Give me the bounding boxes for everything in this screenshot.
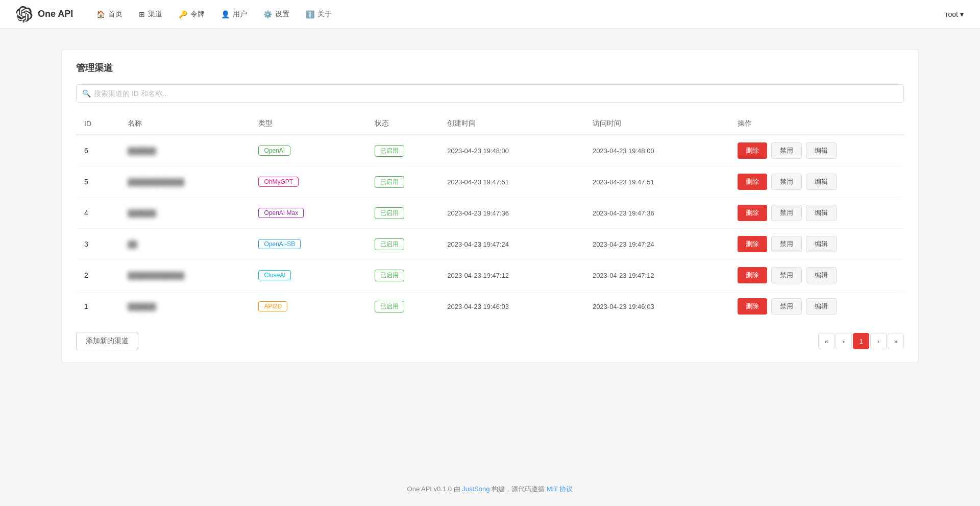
- cell-create-time: 2023-04-23 19:47:12: [439, 260, 584, 291]
- action-group: 删除 禁用 编辑: [738, 174, 896, 190]
- cell-id: 3: [76, 229, 119, 260]
- cell-type: OpenAI: [250, 135, 366, 166]
- cell-create-time: 2023-04-23 19:48:00: [439, 135, 584, 166]
- status-badge: 已启用: [375, 207, 404, 219]
- cell-action: 删除 禁用 编辑: [729, 229, 904, 260]
- cell-id: 1: [76, 291, 119, 322]
- user-icon: 👤: [221, 10, 230, 18]
- col-name: 名称: [119, 113, 250, 135]
- pagination-last[interactable]: »: [888, 333, 904, 349]
- action-group: 删除 禁用 编辑: [738, 267, 896, 283]
- edit-button[interactable]: 编辑: [806, 298, 837, 315]
- cell-action: 删除 禁用 编辑: [729, 166, 904, 198]
- channel-name: ██████: [128, 303, 156, 310]
- pagination-next[interactable]: ›: [870, 333, 887, 349]
- add-channel-button[interactable]: 添加新的渠道: [76, 332, 138, 350]
- nav-item-channel[interactable]: ⊞ 渠道: [132, 6, 169, 23]
- disable-button[interactable]: 禁用: [771, 267, 802, 283]
- col-type: 类型: [250, 113, 366, 135]
- settings-icon: ⚙️: [263, 10, 272, 18]
- edit-button[interactable]: 编辑: [806, 236, 837, 252]
- edit-button[interactable]: 编辑: [806, 205, 837, 221]
- disable-button[interactable]: 禁用: [771, 142, 802, 159]
- cell-status: 已启用: [366, 198, 439, 229]
- nav-item-about[interactable]: ℹ️ 关于: [299, 6, 339, 23]
- user-dropdown[interactable]: root ▾: [946, 10, 964, 18]
- delete-button[interactable]: 删除: [738, 142, 767, 159]
- cell-name: ████████████: [119, 260, 250, 291]
- home-icon: 🏠: [96, 10, 105, 18]
- disable-button[interactable]: 禁用: [771, 174, 802, 190]
- cell-id: 2: [76, 260, 119, 291]
- about-icon: ℹ️: [306, 10, 314, 18]
- footer-license-link[interactable]: MIT 协议: [547, 485, 573, 493]
- col-access-time: 访问时间: [584, 113, 730, 135]
- table-footer: 添加新的渠道 « ‹ 1 › »: [76, 332, 904, 350]
- nav-item-user[interactable]: 👤 用户: [214, 6, 254, 23]
- nav-links: 🏠 首页 ⊞ 渠道 🔑 令牌 👤 用户 ⚙️ 设置 ℹ️ 关于: [89, 6, 339, 23]
- cell-name: ██: [119, 229, 250, 260]
- search-icon: 🔍: [82, 89, 91, 98]
- cell-action: 删除 禁用 编辑: [729, 260, 904, 291]
- nav-label-home: 首页: [108, 10, 122, 19]
- token-icon: 🔑: [179, 10, 187, 18]
- cell-action: 删除 禁用 编辑: [729, 198, 904, 229]
- channel-icon: ⊞: [139, 10, 145, 18]
- status-badge: 已启用: [375, 145, 404, 157]
- type-badge: OpenAI-SB: [258, 239, 301, 249]
- nav-label-channel: 渠道: [148, 10, 162, 19]
- cell-create-time: 2023-04-23 19:46:03: [439, 291, 584, 322]
- cell-id: 4: [76, 198, 119, 229]
- edit-button[interactable]: 编辑: [806, 142, 837, 159]
- pagination-first[interactable]: «: [818, 333, 835, 349]
- footer-author-link[interactable]: JustSong: [462, 485, 489, 493]
- cell-access-time: 2023-04-23 19:47:51: [584, 166, 730, 198]
- action-group: 删除 禁用 编辑: [738, 142, 896, 159]
- delete-button[interactable]: 删除: [738, 298, 767, 315]
- edit-button[interactable]: 编辑: [806, 174, 837, 190]
- table-row: 5 ████████████ OhMyGPT 已启用 2023-04-23 19…: [76, 166, 904, 198]
- nav-item-home[interactable]: 🏠 首页: [89, 6, 130, 23]
- delete-button[interactable]: 删除: [738, 236, 767, 252]
- nav-item-token[interactable]: 🔑 令牌: [172, 6, 212, 23]
- cell-access-time: 2023-04-23 19:47:12: [584, 260, 730, 291]
- delete-button[interactable]: 删除: [738, 267, 767, 283]
- nav-label-settings: 设置: [275, 10, 289, 19]
- dropdown-arrow-icon: ▾: [960, 10, 964, 18]
- cell-access-time: 2023-04-23 19:46:03: [584, 291, 730, 322]
- search-wrap: 🔍: [76, 84, 904, 103]
- disable-button[interactable]: 禁用: [771, 236, 802, 252]
- navbar: One API 🏠 首页 ⊞ 渠道 🔑 令牌 👤 用户 ⚙️ 设置: [0, 0, 980, 29]
- pagination-current[interactable]: 1: [853, 333, 869, 349]
- cell-status: 已启用: [366, 229, 439, 260]
- channels-table: ID 名称 类型 状态 创建时间 访问时间 操作 6 ██████ OpenAI…: [76, 113, 904, 322]
- disable-button[interactable]: 禁用: [771, 205, 802, 221]
- cell-type: API2D: [250, 291, 366, 322]
- delete-button[interactable]: 删除: [738, 174, 767, 190]
- pagination-prev[interactable]: ‹: [836, 333, 852, 349]
- channel-name: ██████ .: [128, 209, 160, 217]
- channel-name: ██: [128, 240, 137, 248]
- delete-button[interactable]: 删除: [738, 205, 767, 221]
- cell-type: CloseAI: [250, 260, 366, 291]
- action-group: 删除 禁用 编辑: [738, 205, 896, 221]
- cell-access-time: 2023-04-23 19:47:36: [584, 198, 730, 229]
- cell-status: 已启用: [366, 135, 439, 166]
- cell-create-time: 2023-04-23 19:47:51: [439, 166, 584, 198]
- pagination: « ‹ 1 › »: [818, 333, 904, 349]
- cell-name: ██████: [119, 135, 250, 166]
- col-id: ID: [76, 113, 119, 135]
- channel-name: ██████: [128, 147, 156, 155]
- table-row: 3 ██ OpenAI-SB 已启用 2023-04-23 19:47:24 2…: [76, 229, 904, 260]
- table-header: ID 名称 类型 状态 创建时间 访问时间 操作: [76, 113, 904, 135]
- cell-name: ██████: [119, 291, 250, 322]
- disable-button[interactable]: 禁用: [771, 298, 802, 315]
- cell-type: OhMyGPT: [250, 166, 366, 198]
- brand: One API: [16, 6, 73, 22]
- nav-label-token: 令牌: [190, 10, 205, 19]
- cell-create-time: 2023-04-23 19:47:24: [439, 229, 584, 260]
- edit-button[interactable]: 编辑: [806, 267, 837, 283]
- nav-label-user: 用户: [233, 10, 247, 19]
- nav-item-settings[interactable]: ⚙️ 设置: [256, 6, 297, 23]
- search-input[interactable]: [76, 84, 904, 103]
